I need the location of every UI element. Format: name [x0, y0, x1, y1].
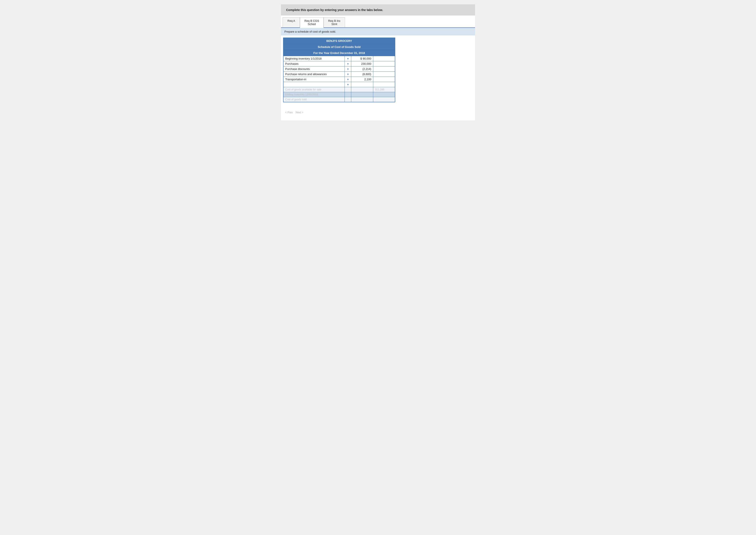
blurred-amount	[351, 92, 373, 97]
amount-cell[interactable]: (8,600)	[351, 71, 373, 77]
dropdown-cell[interactable]: ▼	[344, 77, 351, 82]
extra-cell[interactable]	[373, 71, 395, 77]
table-section: BENJI'S GROCERY Schedule of Cost of Good…	[281, 35, 475, 104]
blurred-row: Ending inventory 12/31/2018	[283, 92, 395, 97]
dropdown-arrow-icon[interactable]: ▼	[347, 63, 349, 65]
amount-cell[interactable]: (2,214)	[351, 67, 373, 71]
header-row-3: For the Year Ended December 31, 2018	[283, 50, 395, 56]
row-label: Purchase returns and allowances	[283, 71, 344, 77]
header-row-2: Schedule of Cost of Goods Sold	[283, 44, 395, 50]
dropdown-arrow-icon[interactable]: ▼	[347, 73, 349, 75]
instruction-text: Complete this question by entering your …	[286, 8, 383, 12]
dropdown-cell[interactable]: ▼	[344, 61, 351, 67]
blurred-dropdown	[344, 92, 351, 97]
header-row-1: BENJI'S GROCERY	[283, 38, 395, 44]
blurred-amount	[351, 87, 373, 92]
table-row: ▼	[283, 82, 395, 87]
row-label: Transportation-in	[283, 77, 344, 82]
blurred-label: Cost of goods available for sale	[283, 87, 344, 92]
tabs-container: Req A Req B CGSSched Req B IncStmt	[281, 15, 475, 28]
dropdown-arrow-icon[interactable]: ▼	[347, 83, 349, 86]
extra-cell[interactable]	[373, 61, 395, 67]
extra-cell[interactable]	[373, 56, 395, 61]
dropdown-arrow-icon[interactable]: ▼	[347, 78, 349, 81]
table-row: Purchase returns and allowances ▼ (8,600…	[283, 71, 395, 77]
dropdown-cell[interactable]: ▼	[344, 56, 351, 61]
dropdown-arrow-icon[interactable]: ▼	[347, 68, 349, 70]
table-title: BENJI'S GROCERY	[283, 38, 395, 44]
prepare-label: Prepare a schedule of cost of goods sold…	[281, 28, 475, 35]
tab-req-b-cgs[interactable]: Req B CGSSched	[300, 17, 324, 28]
row-label: Beginning inventory 1/1/2018	[283, 56, 344, 61]
blurred-dropdown	[344, 97, 351, 102]
amount-cell[interactable]: 230,000	[351, 61, 373, 67]
blurred-extra: 311,286	[373, 87, 395, 92]
blurred-label: Ending inventory 12/31/2018	[283, 92, 344, 97]
table-row: Purchase discounts ▼ (2,214)	[283, 67, 395, 71]
extra-cell[interactable]	[373, 82, 395, 87]
amount-cell[interactable]: $ 90,000	[351, 56, 373, 61]
table-subtitle: Schedule of Cost of Goods Sold	[283, 44, 395, 50]
tab-req-b-inc[interactable]: Req B IncStmt	[324, 17, 345, 27]
table-date: For the Year Ended December 31, 2018	[283, 50, 395, 56]
dropdown-cell[interactable]: ▼	[344, 67, 351, 71]
blurred-extra	[373, 97, 395, 102]
extra-cell[interactable]	[373, 67, 395, 71]
next-nav[interactable]: Next >	[296, 111, 303, 114]
dropdown-cell[interactable]: ▼	[344, 71, 351, 77]
dropdown-arrow-icon[interactable]: ▼	[347, 57, 349, 60]
blurred-extra	[373, 92, 395, 97]
extra-cell[interactable]	[373, 77, 395, 82]
blurred-row: Cost of goods sold	[283, 97, 395, 102]
tab-req-a[interactable]: Req A	[283, 17, 300, 27]
amount-cell[interactable]	[351, 82, 373, 87]
navigation-area: < Prev Next >	[281, 104, 475, 121]
table-row: Transportation-in ▼ 2,100	[283, 77, 395, 82]
blurred-label: Cost of goods sold	[283, 97, 344, 102]
dropdown-cell[interactable]: ▼	[344, 82, 351, 87]
amount-cell[interactable]: 2,100	[351, 77, 373, 82]
instruction-bar: Complete this question by entering your …	[281, 4, 475, 15]
blurred-amount	[351, 97, 373, 102]
prev-nav[interactable]: < Prev	[285, 111, 293, 114]
blurred-dropdown	[344, 87, 351, 92]
table-row: Beginning inventory 1/1/2018 ▼ $ 90,000	[283, 56, 395, 61]
row-label: Purchases	[283, 61, 344, 67]
cogs-table: BENJI'S GROCERY Schedule of Cost of Good…	[283, 38, 395, 102]
blurred-row: Cost of goods available for sale 311,286	[283, 87, 395, 92]
row-label: Purchase discounts	[283, 67, 344, 71]
table-row: Purchases ▼ 230,000	[283, 61, 395, 67]
row-label	[283, 82, 344, 87]
